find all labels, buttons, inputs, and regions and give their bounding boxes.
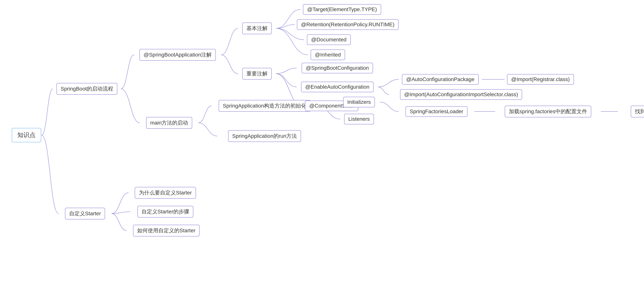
- node-n11: SpringApplication的run方法: [217, 130, 312, 142]
- node-n7: 如何使用自定义的Starter: [126, 225, 206, 236]
- connection-n17-n21: [378, 80, 399, 87]
- node-n24: @Import(Registrar.class): [504, 74, 576, 85]
- node-n14: @Documented: [304, 34, 353, 45]
- node-n3: @SpringBootApplication注解: [134, 49, 221, 60]
- node-n9: 重要注解: [238, 68, 276, 80]
- connection-n2-n7: [112, 214, 126, 230]
- node-n17: @EnableAutoConfiguration: [297, 81, 378, 92]
- node-n22: @Import(AutoConfigurationImportSelector.…: [389, 89, 533, 100]
- node-n21: @AutoConfigurationPackage: [399, 74, 482, 85]
- node-n5: 为什么要自定义Starter: [128, 187, 202, 198]
- node-n15: @Inherited: [308, 49, 348, 60]
- mind-map: 知识点SpringBoot的启动流程自定义Starter@SpringBootA…: [0, 0, 644, 282]
- node-n6: 自定义Starter的步骤: [130, 206, 200, 217]
- node-root: 知识点: [11, 128, 42, 142]
- node-n13: @Retention(RetentionPolicy.RUNTIME): [295, 19, 400, 30]
- connection-n19-n23: [380, 102, 399, 112]
- connection-n2-n6: [112, 212, 130, 214]
- node-n25: 加载spring.factories中的配置文件: [495, 106, 601, 117]
- connection-n2-n5: [112, 193, 128, 214]
- connection-n8-n13: [276, 24, 295, 28]
- connection-n3-n8: [221, 28, 238, 55]
- node-n12: @Target(ElementType.TYPE): [300, 4, 384, 15]
- node-n4: main方法的启动: [140, 117, 198, 128]
- node-n8: 基本注解: [238, 23, 276, 34]
- connection-n4-n10: [198, 106, 212, 123]
- connection-n8-n15: [276, 28, 308, 55]
- node-n19: Initializers: [338, 96, 380, 108]
- node-n16: @SpringBootConfiguration: [297, 62, 378, 74]
- connection-root-n2: [42, 135, 58, 214]
- node-n20: Listeners: [340, 114, 378, 125]
- node-n1: SpringBoot的启动流程: [53, 83, 121, 94]
- node-n2: 自定义Starter: [58, 208, 112, 219]
- connection-n4-n11: [198, 123, 217, 136]
- connection-n9-n17: [276, 74, 297, 87]
- node-n23: SpringFactoriesLoader: [399, 106, 474, 117]
- node-n10: SpringApplication构造方法的初始化: [212, 100, 318, 112]
- connection-n1-n3: [121, 55, 134, 89]
- connection-n9-n16: [276, 68, 297, 74]
- connection-n3-n9: [221, 55, 238, 74]
- connection-n17-n22: [378, 87, 389, 94]
- node-n26: 找到ApplicationContextInitializer: [618, 106, 644, 117]
- connection-root-n1: [42, 89, 53, 135]
- connection-n1-n4: [121, 89, 140, 123]
